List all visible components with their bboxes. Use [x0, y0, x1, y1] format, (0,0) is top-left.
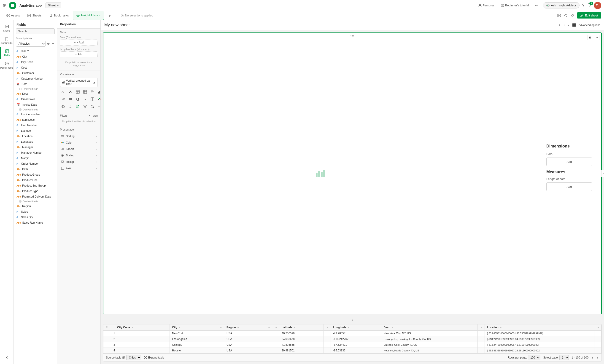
th-col8[interactable]: ≡: [324, 325, 331, 331]
viz-scatter-chart[interactable]: [67, 89, 74, 95]
field-item-product-type[interactable]: AbcProduct Type: [14, 188, 57, 194]
viz-network[interactable]: [67, 103, 74, 110]
undo-btn[interactable]: [563, 13, 568, 18]
user-avatar[interactable]: TL: [594, 2, 601, 9]
prev-page-btn[interactable]: ‹: [591, 355, 593, 360]
field-item-customer-number[interactable]: #Customer Number: [14, 76, 57, 81]
field-item-manager-number[interactable]: #Manager Number: [14, 150, 57, 156]
field-item-path[interactable]: AbcPath: [14, 167, 57, 172]
viz-bar-horizontal[interactable]: [89, 89, 96, 95]
viz-funnel[interactable]: [82, 103, 88, 110]
th-city[interactable]: City ≡: [170, 325, 217, 331]
field-item-region[interactable]: AbcRegion: [14, 204, 57, 209]
viz-table[interactable]: [75, 89, 81, 95]
field-item-product-sub-group[interactable]: AbcProduct Sub Group: [14, 183, 57, 188]
th-drag[interactable]: ⠿: [103, 325, 111, 331]
viz-heatmap[interactable]: [75, 103, 81, 110]
th-col5[interactable]: ≡: [265, 325, 272, 331]
rows-per-page-select[interactable]: 100: [528, 355, 541, 360]
table-add-row[interactable]: +: [101, 317, 604, 324]
field-item-manager[interactable]: AbcManager: [14, 145, 57, 150]
tab-insight-advisor[interactable]: Insight Advisor: [73, 11, 104, 20]
tutorial-btn[interactable]: Beginner's tutorial: [499, 3, 531, 8]
right-expand-btn[interactable]: +: [601, 170, 604, 177]
search-input[interactable]: [16, 28, 55, 34]
field-item-item-number[interactable]: #Item Number: [14, 122, 57, 128]
refresh-btn[interactable]: ⟳: [46, 41, 50, 46]
next-sheet-btn[interactable]: ›: [567, 23, 569, 27]
field-item-sales[interactable]: #Sales: [14, 209, 57, 215]
filter-add-btn[interactable]: ++ Add: [89, 114, 98, 117]
advanced-options-btn[interactable]: Advanced options: [579, 24, 600, 27]
viz-waterfall[interactable]: [97, 96, 101, 102]
sidebar-item-fields[interactable]: Fields: [0, 47, 13, 59]
derived-fields-invoice-date[interactable]: Derived fields: [14, 108, 57, 112]
tab-assets[interactable]: Assets: [3, 11, 23, 20]
th-latitude[interactable]: Latitude ≡: [279, 325, 324, 331]
field-item-product-group[interactable]: AbcProduct Group: [14, 172, 57, 177]
viz-pivot-table[interactable]: [82, 89, 88, 95]
viz-kpi[interactable]: KPI: [60, 96, 66, 102]
th-region[interactable]: Region ≡: [224, 325, 265, 331]
field-item-cost[interactable]: #Cost: [14, 65, 57, 70]
sidebar-item-sheets[interactable]: Sheets: [0, 22, 13, 34]
viz-pie[interactable]: [75, 96, 81, 102]
field-item-order-number[interactable]: #Order Number: [14, 161, 57, 167]
field-item-customer[interactable]: AbcCustomer: [14, 70, 57, 76]
th-longitude[interactable]: Longitude ≡: [331, 325, 381, 331]
toggle-btn[interactable]: ⬛: [571, 23, 577, 27]
chart-move-handle[interactable]: [350, 35, 355, 38]
page-select[interactable]: 1: [559, 355, 569, 360]
app-grid-icon[interactable]: ⊞: [3, 3, 7, 8]
prev-sheet-btn[interactable]: ‹: [563, 23, 565, 27]
grid-view-btn[interactable]: [556, 13, 561, 18]
tab-sheets[interactable]: Sheets: [24, 11, 45, 20]
field-item-margin[interactable]: #Margin: [14, 156, 57, 161]
chart-minimize-btn[interactable]: ⊟: [588, 35, 593, 40]
help-btn[interactable]: ?: [582, 3, 584, 8]
field-item-longitude[interactable]: #Longitude: [14, 139, 57, 145]
pres-color[interactable]: Color ›: [60, 139, 98, 146]
field-item-sales-qty[interactable]: #Sales Qty: [14, 215, 57, 220]
field-item-grosssales[interactable]: #GrossSales: [14, 97, 57, 102]
collapse-sidebar-btn[interactable]: [0, 353, 13, 362]
insight-advisor-btn[interactable]: Ask Insight Advisor: [543, 2, 579, 9]
personal-btn[interactable]: Personal: [477, 3, 496, 8]
field-item-product-line[interactable]: AbcProduct Line: [14, 177, 57, 183]
th-col3[interactable]: ≡: [217, 325, 224, 331]
field-item-item-desc[interactable]: AbcItem Desc: [14, 117, 57, 122]
expand-table-btn[interactable]: Expand table: [144, 356, 164, 359]
viz-globe[interactable]: [60, 103, 66, 110]
field-item-latitude[interactable]: #Latitude: [14, 128, 57, 133]
pres-styling[interactable]: Styling ›: [60, 152, 98, 159]
viz-gauge[interactable]: [82, 96, 88, 102]
viz-type-selector[interactable]: Vertical grouped bar chart ▲: [60, 78, 98, 87]
sidebar-item-bookmarks[interactable]: Bookmarks: [0, 34, 13, 47]
pres-axis[interactable]: Axis ›: [60, 165, 98, 171]
edit-sheet-btn[interactable]: Edit sheet: [577, 12, 601, 19]
field-item-invoice-number[interactable]: #Invoice Number: [14, 112, 57, 117]
th-col11[interactable]: ≡: [478, 325, 485, 331]
redo-btn[interactable]: [570, 13, 575, 18]
th-desc[interactable]: Desc ≡: [381, 325, 478, 331]
field-item-city[interactable]: AbcCity: [14, 54, 57, 60]
viz-combo-chart[interactable]: [97, 89, 101, 95]
selection-mode-btn[interactable]: [105, 11, 115, 20]
viz-treemap[interactable]: [89, 96, 96, 102]
sheet-selector[interactable]: Sheet ▾: [46, 2, 61, 8]
th-col6[interactable]: ≡: [272, 325, 279, 331]
add-visualization-btn[interactable]: +: [558, 23, 561, 27]
field-item-date[interactable]: 📅Date: [14, 81, 57, 87]
chart-add-measures-btn[interactable]: Add: [546, 182, 592, 191]
th-location[interactable]: Location ≡: [485, 325, 594, 331]
cities-select[interactable]: Cities: [126, 355, 141, 360]
notifications-btn[interactable]: 3: [587, 3, 591, 8]
viz-map[interactable]: [67, 96, 74, 102]
add-bars-btn[interactable]: ++ Add: [60, 39, 98, 46]
viz-line-chart[interactable]: [60, 89, 66, 95]
table-select[interactable]: All tables: [16, 41, 46, 47]
chart-menu-btn[interactable]: ···: [594, 35, 599, 40]
field-item-invoice-date[interactable]: 📅Invoice Date: [14, 102, 57, 108]
field-item-promised-delivery-date[interactable]: AbcPromised Delivery Date: [14, 194, 57, 199]
field-item-sales-rep-name[interactable]: AbcSales Rep Name: [14, 220, 57, 225]
